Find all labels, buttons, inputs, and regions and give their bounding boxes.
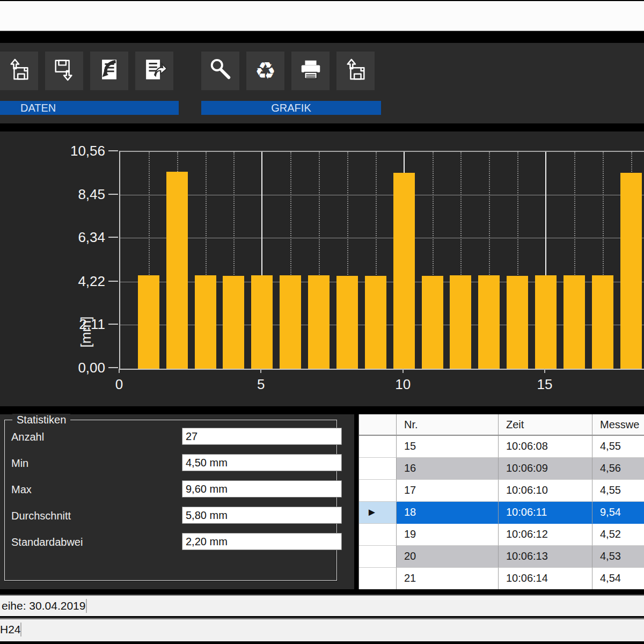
bar	[308, 275, 330, 369]
table-cell-nr[interactable]: 19	[397, 524, 499, 546]
stat-field-durchschnitt[interactable]	[182, 507, 342, 524]
table-row-selector[interactable]	[359, 480, 397, 502]
y-axis-tick	[108, 237, 118, 238]
table-cell-nr[interactable]: 16	[397, 458, 499, 480]
statusbar-separator	[86, 599, 87, 613]
table-cell-zeit[interactable]: 10:06:14	[499, 568, 592, 589]
y-axis-tick-label: 8,45	[56, 186, 105, 203]
statusbar-bottom: H24	[0, 618, 644, 641]
document-arrow-right-icon	[142, 57, 167, 84]
statusbar-series-text: eihe: 30.04.2019	[2, 599, 85, 612]
y-axis-tick-label: 2,11	[56, 316, 105, 333]
statistics-panel: Statistiken AnzahlMinMaxDurchschnittStan…	[0, 414, 354, 589]
stat-field-min[interactable]	[182, 454, 342, 471]
table-cell-messwert[interactable]: 4,54	[592, 568, 644, 589]
stat-field-anzahl[interactable]	[182, 428, 342, 445]
table-cell-nr[interactable]: 18	[397, 502, 499, 524]
gridline-horizontal	[120, 195, 644, 195]
save-data-button[interactable]	[45, 52, 83, 90]
table-cell-zeit[interactable]: 10:06:11	[499, 502, 592, 524]
table-cell-zeit[interactable]: 10:06:13	[499, 546, 592, 568]
toolbar-group-daten: DATEN	[0, 43, 179, 123]
table-cell-nr[interactable]: 15	[397, 436, 499, 458]
toolbar-group-grafik: ♻ GRAFIK	[201, 43, 381, 123]
bar	[620, 173, 642, 369]
table-cell-messwert[interactable]: 4,56	[592, 458, 644, 480]
table-cell-messwert[interactable]: 4,55	[592, 436, 644, 458]
import-document-button[interactable]	[90, 52, 128, 90]
refresh-graphic-button[interactable]: ♻	[246, 52, 284, 90]
x-axis-tick-label: 0	[100, 376, 138, 393]
toolbar-buttons-grafik: ♻	[201, 52, 375, 90]
statistics-title: Statistiken	[12, 414, 70, 426]
table-row-selector[interactable]	[359, 458, 397, 480]
table-row-selector[interactable]	[359, 436, 397, 458]
bar	[393, 173, 415, 369]
y-axis-tick	[108, 367, 118, 368]
table-header-selector[interactable]	[359, 414, 397, 436]
table-cell-messwert[interactable]: 4,55	[592, 480, 644, 502]
table-header-messwe[interactable]: Messwe	[592, 414, 644, 436]
y-axis-tick-label: 6,34	[56, 229, 105, 246]
table-row-selector[interactable]	[359, 546, 397, 568]
bar	[336, 276, 358, 369]
stat-label-standardabwei: Standardabwei	[11, 533, 83, 551]
table-cell-zeit[interactable]: 10:06:12	[499, 524, 592, 546]
x-axis-tick-label: 15	[526, 376, 564, 393]
floppy-arrow-down-icon	[52, 57, 77, 84]
table-cell-messwert[interactable]: 4,53	[592, 546, 644, 568]
magnifier-icon	[208, 57, 233, 84]
x-axis-tick-label: 10	[384, 376, 422, 393]
toolbar-group-label-grafik: GRAFIK	[201, 101, 381, 115]
table-cell-zeit[interactable]: 10:06:09	[499, 458, 592, 480]
table-cell-zeit[interactable]: 10:06:08	[499, 436, 592, 458]
table-cell-zeit[interactable]: 10:06:10	[499, 480, 592, 502]
bar	[280, 275, 301, 369]
table-cell-messwert[interactable]: 9,54	[592, 502, 644, 524]
table-cell-nr[interactable]: 20	[397, 546, 499, 568]
stat-field-max[interactable]	[182, 480, 342, 497]
x-axis-tick	[544, 369, 545, 373]
bar	[422, 276, 443, 369]
bar	[478, 275, 500, 369]
table-row-selector[interactable]	[359, 568, 397, 589]
y-axis-tick-label: 0,00	[56, 360, 105, 376]
stat-label-durchschnitt: Durchschnitt	[11, 507, 71, 525]
export-document-button[interactable]	[135, 52, 173, 90]
statusbar-top: eihe: 30.04.2019	[0, 595, 644, 616]
table-cell-messwert[interactable]: 4,52	[592, 524, 644, 546]
save-graphic-button[interactable]	[336, 52, 375, 90]
bar	[166, 172, 188, 369]
stat-label-anzahl: Anzahl	[11, 428, 44, 446]
printer-icon	[298, 57, 323, 84]
y-axis-tick	[108, 150, 118, 151]
zoom-graphic-button[interactable]	[201, 52, 239, 90]
table-cell-nr[interactable]: 17	[397, 480, 499, 502]
toolbar-group-label-daten: DATEN	[0, 101, 179, 115]
table-row-selector[interactable]: ►	[359, 502, 397, 524]
floppy-arrow-up-icon	[343, 57, 368, 84]
chart-panel: [mm] 0,002,114,226,348,4510,56051015	[0, 131, 644, 406]
load-data-button[interactable]	[0, 52, 38, 90]
print-graphic-button[interactable]	[291, 52, 330, 90]
bar	[592, 275, 613, 369]
x-axis-tick	[402, 369, 404, 373]
toolbar-buttons-daten	[0, 52, 173, 90]
table-cell-nr[interactable]: 21	[397, 568, 499, 589]
table-header-zeit[interactable]: Zeit	[499, 414, 592, 436]
x-axis-tick-label: 5	[242, 376, 280, 393]
measurement-table: Nr.ZeitMesswe1510:06:084,551610:06:094,5…	[358, 414, 644, 589]
stat-field-standardabwei[interactable]	[182, 533, 342, 550]
table-row-selector[interactable]	[359, 524, 397, 546]
bar	[535, 275, 557, 369]
table-header-nr[interactable]: Nr.	[397, 414, 499, 436]
bar	[138, 275, 159, 369]
document-arrow-left-icon	[97, 57, 122, 84]
y-axis-tick-label: 4,22	[56, 273, 105, 290]
toolbar: DATEN ♻ GRAFIK	[0, 43, 644, 123]
bar	[564, 275, 585, 369]
y-axis-tick-label: 10,56	[56, 143, 105, 159]
stat-label-max: Max	[11, 480, 32, 499]
x-axis-tick	[119, 369, 120, 373]
current-row-arrow-icon: ►	[367, 506, 377, 518]
